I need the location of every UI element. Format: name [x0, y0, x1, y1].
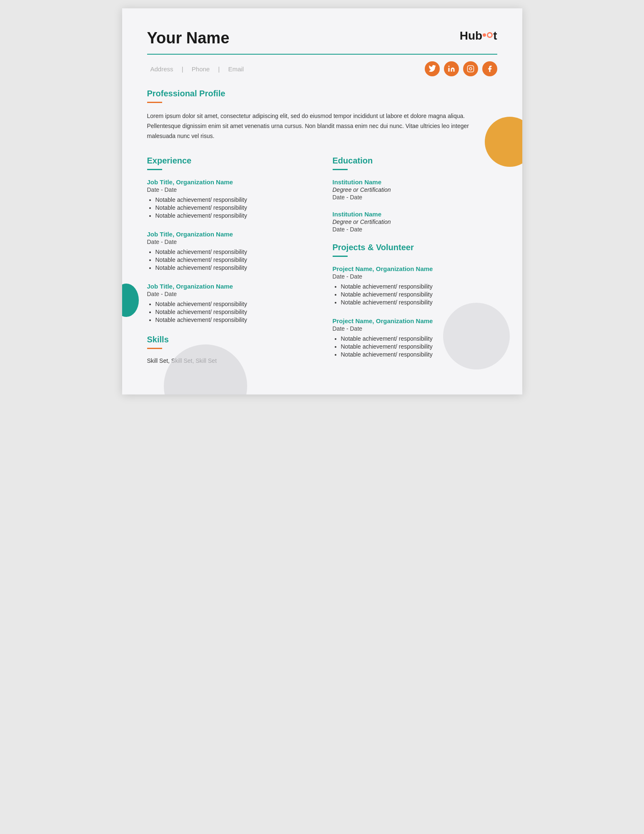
projects-underline: [333, 256, 348, 257]
achievement-2-3: Notable achievement/ responsibility: [155, 264, 312, 271]
achievement-1-1: Notable achievement/ responsibility: [155, 196, 312, 203]
achievement-2-1: Notable achievement/ responsibility: [155, 249, 312, 255]
degree-2: Degree or Certification: [333, 219, 497, 225]
edu-date-1: Date - Date: [333, 194, 497, 201]
achievements-1: Notable achievement/ responsibility Nota…: [147, 196, 312, 219]
candidate-name: Your Name: [147, 29, 230, 47]
job-title-1: Job Title, Organization Name: [147, 178, 312, 186]
facebook-icon[interactable]: [482, 61, 497, 76]
proj-achievement-1-2: Notable achievement/ responsibility: [341, 291, 497, 298]
social-icons: [425, 61, 497, 76]
education-item-2: Institution Name Degree or Certification…: [333, 211, 497, 233]
job-date-1: Date - Date: [147, 186, 312, 193]
address: Address: [150, 65, 173, 73]
left-column: Experience Job Title, Organization Name …: [147, 156, 312, 369]
skills-title: Skills: [147, 335, 312, 344]
edu-date-2: Date - Date: [333, 226, 497, 233]
achievement-3-3: Notable achievement/ responsibility: [155, 317, 312, 323]
achievement-2-2: Notable achievement/ responsibility: [155, 256, 312, 263]
education-title: Education: [333, 156, 497, 166]
projects-title: Projects & Volunteer: [333, 243, 497, 252]
header-divider: [147, 54, 497, 55]
achievement-3-2: Notable achievement/ responsibility: [155, 309, 312, 315]
project-achievements-1: Notable achievement/ responsibility Nota…: [333, 283, 497, 306]
job-title-3: Job Title, Organization Name: [147, 283, 312, 290]
institution-2: Institution Name: [333, 211, 497, 218]
achievement-1-3: Notable achievement/ responsibility: [155, 212, 312, 219]
job-date-3: Date - Date: [147, 291, 312, 297]
header: Your Name Hubt: [147, 29, 497, 47]
separator1: |: [182, 65, 183, 73]
education-item-1: Institution Name Degree or Certification…: [333, 178, 497, 201]
instagram-icon[interactable]: [463, 61, 478, 76]
proj-achievement-1-1: Notable achievement/ responsibility: [341, 283, 497, 290]
deco-circle-gray-right: [443, 303, 510, 369]
experience-title: Experience: [147, 156, 312, 166]
email: Email: [228, 65, 244, 73]
resume-document: Your Name Hubt Address | Phone | Email: [122, 8, 522, 394]
svg-point-0: [448, 66, 449, 67]
experience-underline: [147, 169, 162, 170]
institution-1: Institution Name: [333, 178, 497, 186]
experience-item-1: Job Title, Organization Name Date - Date…: [147, 178, 312, 219]
separator2: |: [218, 65, 220, 73]
achievement-1-2: Notable achievement/ responsibility: [155, 204, 312, 211]
hubspot-logo: Hubt: [460, 29, 497, 43]
achievement-3-1: Notable achievement/ responsibility: [155, 301, 312, 307]
project-date-1: Date - Date: [333, 273, 497, 280]
profile-body: Lorem ipsum dolor sit amet, consectetur …: [147, 111, 497, 141]
education-underline: [333, 169, 348, 170]
project-title-1: Project Name, Organization Name: [333, 265, 497, 272]
education-section: Education Institution Name Degree or Cer…: [333, 156, 497, 233]
job-date-2: Date - Date: [147, 239, 312, 245]
profile-section: Professional Profile Lorem ipsum dolor s…: [147, 89, 497, 141]
contact-text: Address | Phone | Email: [147, 65, 247, 73]
experience-item-3: Job Title, Organization Name Date - Date…: [147, 283, 312, 323]
profile-title: Professional Profile: [147, 89, 497, 98]
linkedin-icon[interactable]: [444, 61, 459, 76]
svg-rect-1: [467, 66, 474, 72]
twitter-icon[interactable]: [425, 61, 440, 76]
phone: Phone: [192, 65, 210, 73]
achievements-3: Notable achievement/ responsibility Nota…: [147, 301, 312, 323]
experience-section: Experience Job Title, Organization Name …: [147, 156, 312, 323]
degree-1: Degree or Certification: [333, 186, 497, 193]
contact-row: Address | Phone | Email: [147, 61, 497, 76]
job-title-2: Job Title, Organization Name: [147, 231, 312, 238]
experience-item-2: Job Title, Organization Name Date - Date…: [147, 231, 312, 271]
profile-underline: [147, 102, 162, 103]
deco-circle-teal: [122, 284, 139, 317]
achievements-2: Notable achievement/ responsibility Nota…: [147, 249, 312, 271]
skills-underline: [147, 348, 162, 349]
project-item-1: Project Name, Organization Name Date - D…: [333, 265, 497, 306]
hubspot-dot1: [483, 33, 486, 37]
hubspot-dot2: [487, 32, 493, 38]
